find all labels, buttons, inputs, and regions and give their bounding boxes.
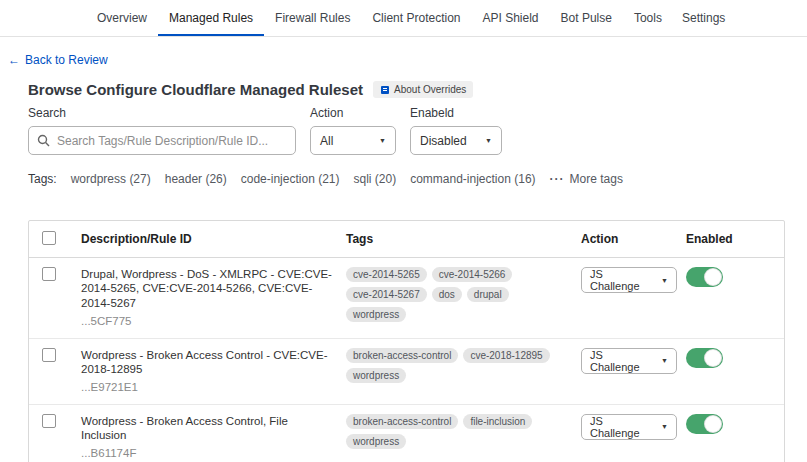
action-filter-group: Action All ▼ — [310, 106, 396, 155]
tag-filter[interactable]: command-injection (16) — [410, 172, 535, 186]
row-tags-cell: broken-access-controlfile-inclusionwordp… — [346, 414, 581, 449]
tag-filter[interactable]: wordpress (27) — [71, 172, 151, 186]
row-tags-cell: cve-2014-5265cve-2014-5266cve-2014-5267d… — [346, 267, 581, 322]
column-header-action: Action — [581, 232, 686, 246]
search-label: Search — [28, 106, 296, 120]
rule-tag: cve-2014-5266 — [432, 267, 513, 282]
more-tags-label: More tags — [570, 172, 623, 186]
table-row: Drupal, Wordpress - DoS - XMLRPC - CVE:C… — [29, 258, 784, 339]
chevron-down-icon: ▼ — [661, 277, 668, 284]
rule-description: Wordpress - Broken Access Control - CVE:… — [81, 348, 334, 377]
rule-description: Drupal, Wordpress - DoS - XMLRPC - CVE:C… — [81, 267, 334, 310]
rule-tag: broken-access-control — [346, 348, 458, 363]
select-all-checkbox[interactable] — [42, 231, 56, 245]
row-checkbox-cell — [29, 414, 81, 431]
row-action-value: JS Challenge — [590, 349, 653, 373]
action-filter-value: All — [320, 134, 333, 148]
enabled-toggle[interactable] — [686, 267, 723, 287]
back-link-label: Back to Review — [25, 53, 108, 67]
enabled-filter-label: Enabeld — [410, 106, 502, 120]
tab-tools[interactable]: Tools — [623, 0, 673, 36]
row-action-value: JS Challenge — [590, 415, 653, 439]
row-checkbox[interactable] — [42, 414, 56, 428]
rule-tag: wordpress — [346, 368, 406, 383]
chevron-down-icon: ▼ — [661, 423, 668, 430]
search-filter-group: Search — [28, 106, 296, 155]
row-enabled-cell — [686, 348, 786, 371]
action-filter-label: Action — [310, 106, 396, 120]
tab-settings[interactable]: Settings — [672, 0, 735, 36]
tab-managed-rules[interactable]: Managed Rules — [158, 0, 264, 36]
top-navigation: OverviewManaged RulesFirewall RulesClien… — [0, 0, 807, 37]
row-action-cell: JS Challenge▼ — [581, 414, 686, 440]
ellipsis-icon: ··· — [550, 172, 565, 186]
tab-firewall-rules[interactable]: Firewall Rules — [264, 0, 361, 36]
row-enabled-cell — [686, 267, 786, 290]
tag-filter[interactable]: sqli (20) — [353, 172, 396, 186]
toggle-knob — [704, 415, 722, 433]
row-enabled-cell — [686, 414, 786, 437]
row-action-value: JS Challenge — [590, 268, 653, 292]
book-icon — [380, 85, 390, 95]
table-header-row: Description/Rule ID Tags Action Enabled — [29, 221, 784, 258]
table-body: Drupal, Wordpress - DoS - XMLRPC - CVE:C… — [29, 258, 784, 462]
toggle-knob — [704, 349, 722, 367]
enabled-filter-group: Enabeld Disabled ▼ — [410, 106, 502, 155]
row-action-select[interactable]: JS Challenge▼ — [581, 414, 677, 440]
column-header-tags: Tags — [346, 232, 581, 246]
tab-api-shield[interactable]: API Shield — [471, 0, 549, 36]
row-description-cell: Wordpress - Broken Access Control, File … — [81, 414, 346, 461]
rule-tag: file-inclusion — [463, 414, 532, 429]
enabled-toggle[interactable] — [686, 414, 723, 434]
enabled-toggle[interactable] — [686, 348, 723, 368]
rule-tag: dos — [432, 287, 462, 302]
row-checkbox-cell — [29, 267, 81, 284]
about-overrides-label: About Overrides — [394, 84, 466, 95]
rule-id: ...B61174F — [81, 446, 334, 460]
rules-table: Description/Rule ID Tags Action Enabled … — [28, 220, 785, 462]
rule-id: ...5CF775 — [81, 314, 334, 328]
about-overrides-badge[interactable]: About Overrides — [373, 81, 473, 98]
page-head: Browse Configure Cloudflare Managed Rule… — [28, 81, 807, 98]
enabled-filter-value: Disabled — [420, 134, 467, 148]
toggle-knob — [704, 268, 722, 286]
search-icon — [37, 134, 50, 147]
row-action-cell: JS Challenge▼ — [581, 267, 686, 293]
rule-id: ...E9721E1 — [81, 380, 334, 394]
row-action-select[interactable]: JS Challenge▼ — [581, 348, 677, 374]
tag-filters: wordpress (27)header (26)code-injection … — [71, 172, 536, 186]
chevron-down-icon: ▼ — [379, 137, 386, 144]
row-tags-cell: broken-access-controlcve-2018-12895wordp… — [346, 348, 581, 383]
filters: Search Action All ▼ Enabeld Disabled ▼ — [28, 106, 807, 155]
rule-tag: cve-2014-5267 — [346, 287, 427, 302]
rule-tag: wordpress — [346, 307, 406, 322]
row-checkbox-cell — [29, 348, 81, 365]
row-action-cell: JS Challenge▼ — [581, 348, 686, 374]
rule-tag: broken-access-control — [346, 414, 458, 429]
tag-filter[interactable]: code-injection (21) — [241, 172, 340, 186]
column-header-description: Description/Rule ID — [81, 232, 346, 246]
tags-label: Tags: — [28, 172, 57, 186]
back-arrow-icon: ← — [8, 53, 20, 67]
rule-description: Wordpress - Broken Access Control, File … — [81, 414, 334, 443]
nav-tabs: OverviewManaged RulesFirewall RulesClien… — [86, 0, 673, 36]
back-to-review-link[interactable]: ← Back to Review — [8, 53, 108, 67]
action-filter-select[interactable]: All ▼ — [310, 126, 396, 155]
more-tags-button[interactable]: ··· More tags — [550, 172, 623, 186]
tab-client-protection[interactable]: Client Protection — [361, 0, 471, 36]
row-description-cell: Drupal, Wordpress - DoS - XMLRPC - CVE:C… — [81, 267, 346, 329]
tab-overview[interactable]: Overview — [86, 0, 158, 36]
header-checkbox-cell — [29, 231, 81, 248]
column-header-enabled: Enabled — [686, 232, 786, 246]
search-input[interactable] — [28, 126, 296, 155]
search-box — [28, 126, 296, 155]
enabled-filter-select[interactable]: Disabled ▼ — [410, 126, 502, 155]
rule-tag: wordpress — [346, 434, 406, 449]
tag-filter[interactable]: header (26) — [165, 172, 227, 186]
tab-bot-pulse[interactable]: Bot Pulse — [550, 0, 623, 36]
row-action-select[interactable]: JS Challenge▼ — [581, 267, 677, 293]
row-checkbox[interactable] — [42, 267, 56, 281]
rule-tag: drupal — [467, 287, 509, 302]
page-title: Browse Configure Cloudflare Managed Rule… — [28, 81, 363, 98]
row-checkbox[interactable] — [42, 348, 56, 362]
